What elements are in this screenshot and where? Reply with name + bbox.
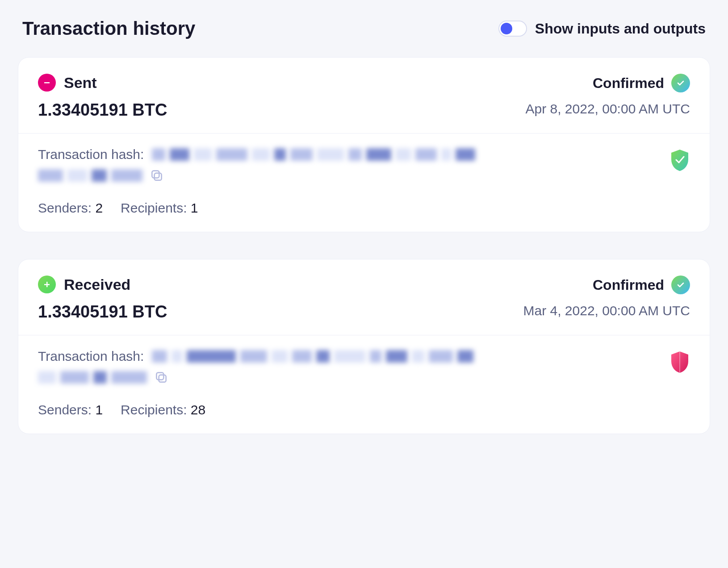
- hash-redacted: [272, 350, 288, 363]
- hash-redacted: [396, 148, 411, 161]
- status-text: Confirmed: [593, 277, 664, 293]
- hash-redacted: [187, 350, 236, 363]
- toggle-knob: [501, 23, 512, 34]
- tx-left: Sent 1.33405191 BTC: [38, 74, 167, 120]
- svg-rect-0: [44, 82, 50, 84]
- hash-redacted: [292, 350, 312, 363]
- status-text: Confirmed: [593, 75, 664, 92]
- hash-redacted: [316, 350, 330, 363]
- hash-redacted: [415, 148, 437, 161]
- recipients-label: Recipients: 28: [121, 402, 205, 418]
- hash-row-2: [38, 168, 661, 183]
- toggle-show-io[interactable]: [498, 21, 527, 37]
- svg-rect-5: [159, 375, 166, 382]
- svg-rect-2: [152, 171, 159, 178]
- hash-redacted: [370, 350, 381, 363]
- svg-rect-1: [155, 173, 162, 180]
- shield-icon: [669, 351, 690, 374]
- recipients-count: 1: [191, 200, 198, 215]
- shield-icon: [669, 149, 690, 172]
- hash-redacted: [93, 371, 107, 384]
- counts-row: Senders: 2 Recipients: 1: [38, 200, 661, 216]
- hash-row: Transaction hash:: [38, 147, 661, 162]
- hash-redacted: [441, 148, 451, 161]
- hash-redacted: [216, 148, 247, 161]
- tx-left: Received 1.33405191 BTC: [38, 276, 167, 322]
- tx-amount: 1.33405191 BTC: [38, 302, 167, 322]
- tx-right: Confirmed Apr 8, 2022, 00:00 AM UTC: [525, 74, 690, 117]
- senders-count: 2: [95, 200, 103, 215]
- copy-icon[interactable]: [150, 168, 164, 183]
- check-icon: [671, 74, 690, 92]
- hash-redacted: [92, 169, 107, 182]
- tx-date: Apr 8, 2022, 00:00 AM UTC: [525, 101, 690, 117]
- hash-redacted: [317, 148, 344, 161]
- hash-row-2: [38, 370, 661, 384]
- status-row: Confirmed: [593, 74, 690, 92]
- recipients-count: 28: [191, 402, 205, 417]
- tx-date: Mar 4, 2022, 00:00 AM UTC: [523, 303, 690, 318]
- hash-label: Transaction hash:: [38, 147, 144, 162]
- hash-area: Transaction hash:: [38, 147, 661, 216]
- tx-type: Sent: [64, 74, 97, 92]
- hash-row: Transaction hash:: [38, 349, 661, 364]
- hash-redacted: [170, 148, 189, 161]
- hash-label: Transaction hash:: [38, 349, 144, 364]
- toggle-wrap: Show inputs and outputs: [498, 21, 706, 37]
- hash-redacted: [67, 169, 87, 182]
- hash-redacted: [366, 148, 391, 161]
- hash-redacted: [456, 148, 475, 161]
- tx-type-row: Received: [38, 276, 167, 293]
- svg-rect-4: [46, 282, 48, 287]
- hash-area: Transaction hash:: [38, 349, 661, 418]
- hash-redacted: [60, 371, 89, 384]
- hash-redacted: [386, 350, 407, 363]
- hash-redacted: [172, 350, 182, 363]
- counts-row: Senders: 1 Recipients: 28: [38, 402, 661, 418]
- shield-area: [669, 349, 690, 376]
- hash-redacted: [274, 148, 286, 161]
- status-row: Confirmed: [593, 276, 690, 294]
- hash-redacted: [348, 148, 362, 161]
- senders-label: Senders: 2: [38, 200, 103, 216]
- hash-redacted: [334, 350, 365, 363]
- hash-redacted: [240, 350, 267, 363]
- hash-redacted: [429, 350, 453, 363]
- card-top: Received 1.33405191 BTC Confirmed Mar 4,…: [18, 259, 710, 335]
- hash-redacted: [290, 148, 313, 161]
- page-title: Transaction history: [22, 18, 195, 39]
- hash-redacted: [38, 371, 56, 384]
- shield-area: [669, 147, 690, 174]
- senders-label: Senders: 1: [38, 402, 103, 418]
- svg-rect-6: [156, 372, 163, 380]
- recipients-label: Recipients: 1: [121, 200, 198, 216]
- check-icon: [671, 276, 690, 294]
- tx-type: Received: [64, 276, 130, 293]
- transaction-card: Sent 1.33405191 BTC Confirmed Apr 8, 202…: [18, 57, 710, 232]
- copy-icon[interactable]: [154, 370, 168, 384]
- hash-redacted: [111, 169, 142, 182]
- senders-count: 1: [95, 402, 103, 417]
- hash-redacted: [152, 148, 165, 161]
- card-top: Sent 1.33405191 BTC Confirmed Apr 8, 202…: [18, 58, 710, 134]
- transaction-card: Received 1.33405191 BTC Confirmed Mar 4,…: [18, 259, 710, 434]
- tx-amount: 1.33405191 BTC: [38, 100, 167, 120]
- card-bottom: Transaction hash:: [18, 335, 710, 434]
- tx-type-row: Sent: [38, 74, 167, 92]
- hash-redacted: [412, 350, 424, 363]
- tx-right: Confirmed Mar 4, 2022, 00:00 AM UTC: [523, 276, 690, 318]
- hash-redacted: [152, 350, 167, 363]
- header-row: Transaction history Show inputs and outp…: [18, 18, 710, 39]
- hash-redacted: [38, 169, 63, 182]
- minus-icon: [38, 74, 56, 92]
- plus-icon: [38, 276, 56, 293]
- toggle-label: Show inputs and outputs: [535, 21, 706, 37]
- hash-redacted: [194, 148, 212, 161]
- card-bottom: Transaction hash:: [18, 134, 710, 232]
- hash-redacted: [457, 350, 473, 363]
- hash-redacted: [252, 148, 270, 161]
- hash-redacted: [111, 371, 147, 384]
